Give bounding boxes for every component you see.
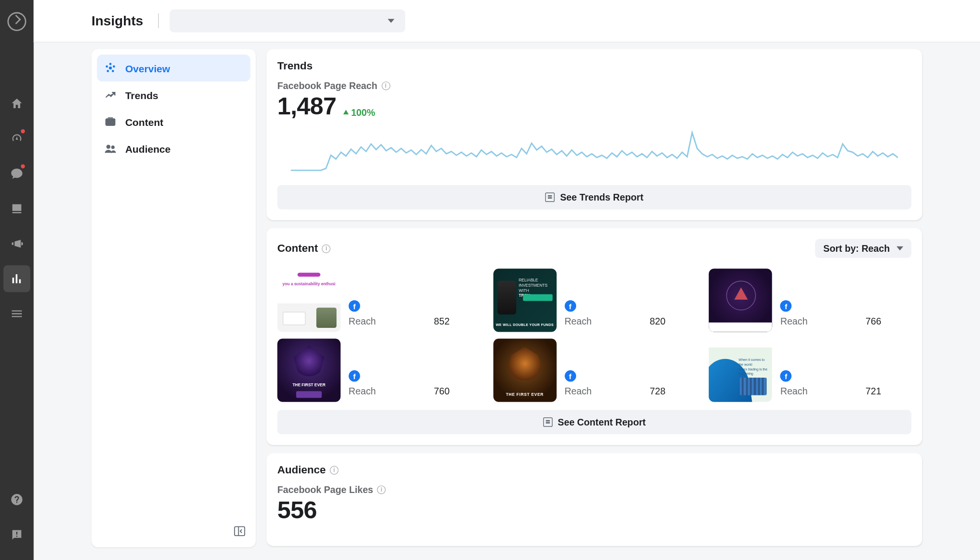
sort-value: Reach bbox=[861, 243, 890, 254]
post-thumbnail: RELIABLE INVESTMENTS WITHTRONWE WILL DOU… bbox=[493, 269, 557, 332]
facebook-icon: f bbox=[349, 370, 360, 382]
content-title: Content i bbox=[278, 242, 331, 254]
audience-metric-label: Facebook Page Likes i bbox=[278, 484, 912, 495]
svg-point-5 bbox=[106, 66, 108, 68]
audience-card: Audience i Facebook Page Likes i 556 bbox=[267, 453, 922, 546]
content-icon bbox=[104, 116, 117, 128]
nav-menu[interactable] bbox=[3, 300, 30, 327]
svg-point-8 bbox=[107, 145, 110, 148]
account-select[interactable] bbox=[169, 10, 405, 33]
divider bbox=[158, 13, 158, 28]
info-icon[interactable]: i bbox=[381, 81, 390, 90]
sidebar-item-trends[interactable]: Trends bbox=[97, 81, 251, 108]
sidebar-item-content[interactable]: Content bbox=[97, 108, 251, 135]
trends-icon bbox=[104, 89, 117, 101]
sparkline-chart bbox=[278, 126, 912, 177]
sidebar-collapse-button[interactable] bbox=[233, 525, 246, 541]
post-thumbnail: you a sustainability enthusi bbox=[278, 269, 341, 332]
metric-label-text: Facebook Page Likes bbox=[278, 484, 373, 495]
trends-delta: 100% bbox=[343, 107, 375, 118]
sort-prefix: Sort by: bbox=[824, 243, 862, 254]
audience-icon bbox=[104, 143, 117, 155]
report-icon bbox=[10, 528, 23, 541]
nav-rail bbox=[0, 0, 33, 560]
main-area: Overview Trends Content Audience bbox=[33, 43, 980, 560]
reach-label: Reach bbox=[565, 316, 592, 327]
reach-value: 820 bbox=[650, 316, 666, 327]
notification-dot-icon bbox=[21, 164, 25, 168]
reach-value: 852 bbox=[434, 316, 450, 327]
svg-rect-6 bbox=[106, 119, 115, 125]
svg-point-4 bbox=[107, 70, 109, 72]
arrow-up-icon bbox=[343, 110, 348, 114]
audience-metric-value: 556 bbox=[278, 496, 317, 525]
sidebar-item-overview[interactable]: Overview bbox=[97, 55, 251, 81]
svg-point-7 bbox=[108, 121, 110, 123]
bar-chart-icon bbox=[10, 272, 23, 285]
help-icon bbox=[10, 493, 23, 506]
metric-label-text: Facebook Page Reach bbox=[278, 80, 378, 91]
post-thumbnail: THE FIRST EVER bbox=[278, 339, 341, 402]
post-thumbnail: THE FIRST EVER bbox=[493, 339, 557, 402]
sort-by-select[interactable]: Sort by: Reach bbox=[815, 239, 912, 258]
info-icon[interactable]: i bbox=[330, 466, 338, 474]
svg-point-9 bbox=[111, 146, 114, 148]
nav-inbox[interactable] bbox=[3, 195, 30, 222]
sidebar-item-audience[interactable]: Audience bbox=[97, 135, 251, 162]
page-title: Insights bbox=[91, 13, 143, 28]
svg-point-2 bbox=[113, 66, 115, 68]
nav-help[interactable] bbox=[3, 486, 30, 513]
svg-point-0 bbox=[109, 67, 112, 69]
content-item[interactable]: you a sustainability enthusi f Reach 852 bbox=[278, 269, 480, 332]
audience-title: Audience i bbox=[278, 464, 912, 476]
post-thumbnail: When it comes to the worldForex trading … bbox=[709, 339, 772, 402]
see-content-report-button[interactable]: See Content Report bbox=[278, 410, 912, 435]
report-icon bbox=[543, 417, 553, 427]
sidebar-item-label: Audience bbox=[125, 143, 171, 155]
nav-home[interactable] bbox=[3, 90, 30, 117]
content-card: Content i Sort by: Reach you a sustainab… bbox=[267, 228, 922, 445]
svg-point-3 bbox=[112, 70, 114, 72]
speedometer-icon bbox=[10, 132, 23, 146]
facebook-icon: f bbox=[349, 300, 360, 312]
delta-text: 100% bbox=[351, 107, 375, 118]
reach-label: Reach bbox=[780, 386, 808, 397]
content-item[interactable]: THE FIRST EVER f Reach 760 bbox=[278, 339, 480, 402]
facebook-icon: f bbox=[780, 370, 792, 382]
audience-title-text: Audience bbox=[278, 464, 326, 476]
content-column: Trends Facebook Page Reach i 1,487 100% bbox=[267, 49, 922, 560]
reach-label: Reach bbox=[565, 386, 592, 397]
content-item[interactable]: f Reach 766 bbox=[709, 269, 912, 332]
sidebar-item-label: Overview bbox=[125, 62, 170, 74]
trends-metric-row: 1,487 100% bbox=[278, 92, 912, 121]
chevron-down-icon bbox=[897, 246, 903, 250]
reach-value: 766 bbox=[866, 316, 881, 327]
sidebar-item-label: Trends bbox=[125, 89, 158, 101]
nav-messages[interactable] bbox=[3, 160, 30, 187]
nav-report-problem[interactable] bbox=[3, 521, 30, 548]
inbox-icon bbox=[10, 202, 23, 215]
chat-icon bbox=[10, 167, 23, 180]
reach-label: Reach bbox=[349, 386, 376, 397]
content-item[interactable]: RELIABLE INVESTMENTS WITHTRONWE WILL DOU… bbox=[493, 269, 696, 332]
trends-metric-value: 1,487 bbox=[278, 92, 336, 121]
reach-label: Reach bbox=[349, 316, 376, 327]
app-logo bbox=[7, 12, 26, 31]
trends-metric-label: Facebook Page Reach i bbox=[278, 80, 912, 91]
content-title-text: Content bbox=[278, 242, 318, 254]
info-icon[interactable]: i bbox=[322, 244, 331, 253]
nav-insights[interactable] bbox=[3, 265, 30, 292]
trends-sparkline bbox=[278, 126, 912, 177]
info-icon[interactable]: i bbox=[377, 485, 386, 493]
reach-value: 760 bbox=[434, 386, 450, 397]
facebook-icon: f bbox=[565, 300, 576, 312]
content-item[interactable]: When it comes to the worldForex trading … bbox=[709, 339, 912, 402]
notification-dot-icon bbox=[21, 129, 25, 133]
nav-activity[interactable] bbox=[3, 125, 30, 152]
content-item[interactable]: THE FIRST EVER f Reach 728 bbox=[493, 339, 696, 402]
see-trends-report-button[interactable]: See Trends Report bbox=[278, 185, 912, 210]
trends-card: Trends Facebook Page Reach i 1,487 100% bbox=[267, 49, 922, 220]
button-label: See Content Report bbox=[558, 417, 646, 428]
facebook-icon: f bbox=[780, 300, 792, 312]
nav-ads[interactable] bbox=[3, 230, 30, 257]
